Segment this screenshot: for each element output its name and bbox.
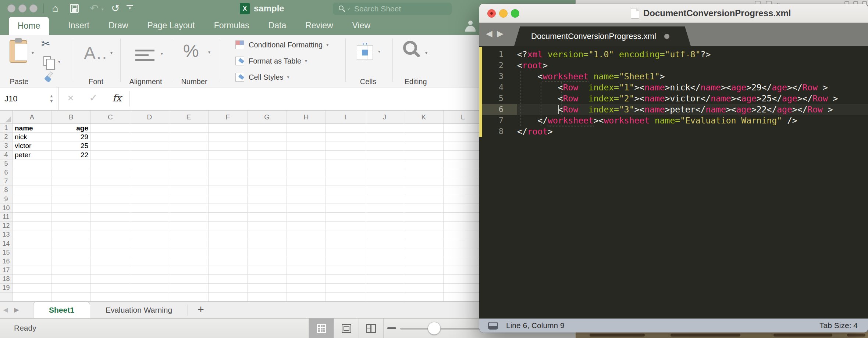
cell-C15[interactable] (91, 248, 130, 257)
cell-L11[interactable] (444, 213, 483, 222)
column-header-L[interactable]: L (444, 111, 483, 123)
cell-H16[interactable] (287, 257, 326, 266)
page-layout-view-button[interactable] (334, 319, 359, 338)
cell-C6[interactable] (91, 168, 130, 177)
cell-A17[interactable] (13, 266, 52, 275)
cell-E5[interactable] (169, 159, 209, 168)
cell-G10[interactable] (248, 204, 287, 213)
cell-K2[interactable] (404, 133, 444, 141)
column-header-J[interactable]: J (365, 111, 405, 123)
cell-J5[interactable] (365, 159, 405, 168)
row-header-3[interactable]: 3 (0, 141, 13, 150)
cell-B5[interactable] (52, 159, 91, 168)
alignment-icon[interactable] (135, 50, 154, 51)
cell-L5[interactable] (444, 159, 483, 168)
editing-search-icon[interactable] (403, 41, 417, 55)
cell-A5[interactable] (13, 159, 52, 168)
cell-L18[interactable] (444, 275, 483, 284)
cell-C3[interactable] (91, 141, 130, 150)
cell-G8[interactable] (248, 186, 287, 195)
cell-E19[interactable] (169, 284, 209, 292)
cell-G15[interactable] (248, 248, 287, 257)
cell-F20[interactable] (209, 293, 248, 301)
row-header-7[interactable]: 7 (0, 177, 13, 186)
row-header-20[interactable] (0, 293, 13, 301)
cell-B6[interactable] (52, 168, 91, 177)
zoom-button[interactable] (511, 9, 519, 18)
cell-C8[interactable] (91, 186, 130, 195)
cell-I10[interactable] (326, 204, 365, 213)
cell-G7[interactable] (248, 177, 287, 186)
home-icon[interactable]: ⌂ (49, 0, 62, 17)
cell-K16[interactable] (404, 257, 444, 266)
cell-F12[interactable] (209, 222, 248, 230)
cell-H10[interactable] (287, 204, 326, 213)
cell-B10[interactable] (52, 204, 91, 213)
cell-K9[interactable] (404, 195, 444, 204)
copy-dropdown-icon[interactable]: ▾ (58, 59, 60, 64)
cell-E3[interactable] (169, 141, 209, 150)
cell-H13[interactable] (287, 230, 326, 239)
cell-I3[interactable] (326, 141, 365, 150)
code-line-4[interactable]: 4 <Row index="1"><name>nick</name><age>2… (479, 82, 868, 93)
cell-L4[interactable] (444, 151, 483, 159)
cell-A8[interactable] (13, 186, 52, 195)
cell-A12[interactable] (13, 222, 52, 230)
cell-K3[interactable] (404, 141, 444, 150)
cell-I17[interactable] (326, 266, 365, 275)
cell-L16[interactable] (444, 257, 483, 266)
cell-D10[interactable] (130, 204, 170, 213)
cell-C18[interactable] (91, 275, 130, 284)
cell-E6[interactable] (169, 168, 209, 177)
cell-E4[interactable] (169, 151, 209, 159)
cell-H4[interactable] (287, 151, 326, 159)
cell-F5[interactable] (209, 159, 248, 168)
cell-G18[interactable] (248, 275, 287, 284)
cell-L13[interactable] (444, 230, 483, 239)
font-icon[interactable]: A.. (84, 43, 108, 63)
menu-tab-insert[interactable]: Insert (68, 17, 89, 35)
cell-E1[interactable] (169, 124, 209, 133)
cell-J10[interactable] (365, 204, 405, 213)
cell-C9[interactable] (91, 195, 130, 204)
cell-G3[interactable] (248, 141, 287, 150)
format-painter-icon[interactable] (44, 72, 55, 83)
cell-F13[interactable] (209, 230, 248, 239)
cell-C20[interactable] (91, 293, 130, 301)
cell-G9[interactable] (248, 195, 287, 204)
cell-J13[interactable] (365, 230, 405, 239)
cell-B9[interactable] (52, 195, 91, 204)
cell-L19[interactable] (444, 284, 483, 292)
cell-J12[interactable] (365, 222, 405, 230)
cell-H20[interactable] (287, 293, 326, 301)
minimize-button[interactable] (18, 4, 26, 12)
row-header-2[interactable]: 2 (0, 133, 13, 141)
cell-L8[interactable] (444, 186, 483, 195)
cell-I16[interactable] (326, 257, 365, 266)
row-header-8[interactable]: 8 (0, 186, 13, 195)
search-input[interactable]: ⌄ Search Sheet (333, 3, 452, 15)
cell-K20[interactable] (404, 293, 444, 301)
cell-styles-button[interactable]: Cell Styles ▾ (235, 72, 289, 83)
cell-H5[interactable] (287, 159, 326, 168)
cell-K12[interactable] (404, 222, 444, 230)
cell-A10[interactable] (13, 204, 52, 213)
cell-H3[interactable] (287, 141, 326, 150)
cell-J18[interactable] (365, 275, 405, 284)
menu-tab-home[interactable]: Home (9, 17, 49, 35)
cell-J11[interactable] (365, 213, 405, 222)
cell-L10[interactable] (444, 204, 483, 213)
cell-G14[interactable] (248, 239, 287, 248)
cell-J6[interactable] (365, 168, 405, 177)
cell-F1[interactable] (209, 124, 248, 133)
cell-D7[interactable] (130, 177, 170, 186)
paste-icon[interactable] (10, 40, 27, 63)
cell-J8[interactable] (365, 186, 405, 195)
cell-A11[interactable] (13, 213, 52, 222)
tab-prev-icon[interactable]: ◀ (486, 29, 492, 39)
cell-H6[interactable] (287, 168, 326, 177)
cell-F16[interactable] (209, 257, 248, 266)
cell-G6[interactable] (248, 168, 287, 177)
row-header-1[interactable]: 1 (0, 124, 13, 133)
cell-A9[interactable] (13, 195, 52, 204)
